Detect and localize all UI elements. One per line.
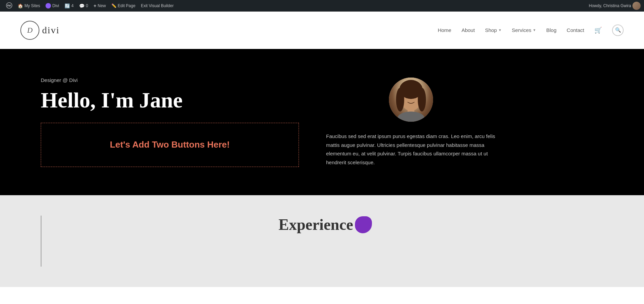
svg-point-7 — [413, 96, 416, 98]
admin-bar-right: Howdy, Christina Gwira — [589, 2, 641, 10]
admin-bar: 🏠 My Sites Divi 🔄 4 💬 0 + New ✏️ Edit Pa… — [0, 0, 644, 12]
hero-section: Designer @ Divi Hello, I'm Jane Let's Ad… — [0, 49, 644, 195]
experience-right-panel: Experience — [279, 216, 603, 234]
comments-icon: 💬 — [79, 3, 85, 9]
exit-builder-button[interactable]: Exit Visual Builder — [138, 0, 177, 12]
hero-button-text: Let's Add Two Buttons Here! — [110, 139, 230, 150]
edit-page-button[interactable]: ✏️ Edit Page — [109, 0, 138, 12]
nav-about[interactable]: About — [462, 27, 475, 33]
admin-avatar[interactable] — [632, 2, 641, 10]
exit-builder-label: Exit Visual Builder — [141, 3, 174, 8]
my-sites-icon: 🏠 — [18, 3, 23, 9]
howdy-text: Howdy, Christina Gwira — [589, 3, 631, 8]
experience-title: Experience — [279, 216, 372, 234]
svg-point-2 — [396, 88, 404, 112]
shop-dropdown-arrow: ▼ — [498, 28, 502, 32]
my-sites-button[interactable]: 🏠 My Sites — [15, 0, 43, 12]
avatar-svg — [389, 78, 433, 122]
cart-icon[interactable]: 🛒 — [594, 27, 602, 34]
edit-icon: ✏️ — [111, 3, 117, 8]
site-header: D divi Home About Shop ▼ Services ▼ Blog… — [0, 12, 644, 49]
main-nav: Home About Shop ▼ Services ▼ Blog Contac… — [438, 24, 624, 36]
logo-circle: D — [20, 21, 39, 40]
nav-services[interactable]: Services ▼ — [512, 27, 536, 33]
comments-button[interactable]: 💬 0 — [76, 0, 91, 12]
updates-count: 4 — [71, 3, 74, 8]
new-label: New — [98, 3, 106, 8]
search-button[interactable]: 🔍 — [612, 24, 624, 36]
hero-description: Faucibus sed sed erat ipsum purus egesta… — [326, 132, 496, 167]
avatar-image — [389, 78, 433, 122]
divi-label: Divi — [52, 3, 59, 8]
nav-blog[interactable]: Blog — [546, 27, 556, 33]
svg-point-3 — [418, 88, 426, 112]
updates-icon: 🔄 — [65, 3, 70, 9]
hero-button-placeholder[interactable]: Let's Add Two Buttons Here! — [41, 123, 299, 167]
hero-title: Hello, I'm Jane — [41, 88, 299, 112]
hero-left: Designer @ Divi Hello, I'm Jane Let's Ad… — [41, 77, 299, 167]
nav-home[interactable]: Home — [438, 27, 451, 33]
logo-text: divi — [42, 25, 60, 36]
services-dropdown-arrow: ▼ — [533, 28, 536, 32]
hero-subtitle: Designer @ Divi — [41, 77, 299, 83]
divi-icon — [46, 3, 51, 9]
nav-contact[interactable]: Contact — [567, 27, 584, 33]
edit-page-label: Edit Page — [118, 3, 136, 8]
search-icon: 🔍 — [615, 27, 621, 33]
new-button[interactable]: + New — [91, 0, 108, 12]
updates-button[interactable]: 🔄 4 — [62, 0, 76, 12]
comments-count: 0 — [86, 3, 88, 8]
experience-left-panel — [41, 216, 258, 267]
site-logo[interactable]: D divi — [20, 21, 60, 40]
below-hero-section: Experience — [0, 195, 644, 287]
nav-shop[interactable]: Shop ▼ — [485, 27, 502, 33]
hero-right: Faucibus sed sed erat ipsum purus egesta… — [326, 78, 496, 167]
my-sites-label: My Sites — [24, 3, 40, 8]
purple-blob-decoration — [355, 216, 372, 233]
wp-logo-button[interactable] — [3, 0, 15, 12]
divi-button[interactable]: Divi — [43, 0, 62, 12]
hero-avatar — [389, 78, 433, 122]
logo-letter: D — [27, 26, 33, 35]
plus-icon: + — [93, 3, 96, 9]
wordpress-icon — [6, 2, 12, 10]
svg-point-5 — [397, 112, 425, 122]
svg-point-6 — [406, 96, 409, 98]
